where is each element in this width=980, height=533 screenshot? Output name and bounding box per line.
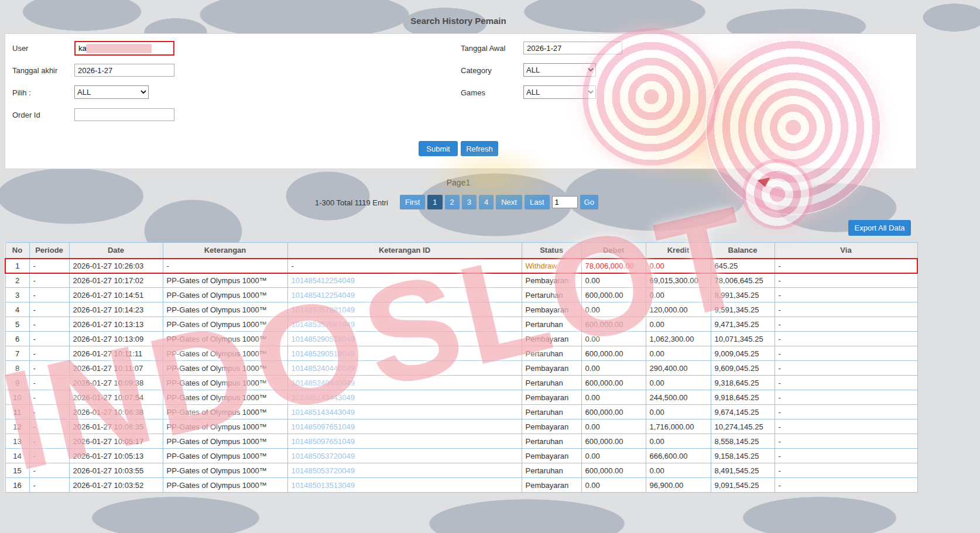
cell-keterangan: PP-Gates of Olympus 1000™	[163, 302, 287, 317]
cell-keterangan: PP-Gates of Olympus 1000™	[163, 463, 287, 478]
table-row: 12 - 2026-01-27 10:06:35 PP-Gates of Oly…	[5, 419, 917, 434]
cell-date: 2026-01-27 10:06:35	[69, 419, 163, 434]
cell-status: Pertaruhan	[522, 463, 581, 478]
cell-keterangan-id[interactable]: 101485240440049	[287, 361, 522, 376]
cell-balance: 645.25	[711, 259, 775, 273]
cell-balance: 9,158,145.25	[711, 449, 775, 463]
cell-no: 3	[5, 288, 29, 302]
cell-no: 11	[5, 405, 29, 419]
cell-date: 2026-01-27 10:26:03	[69, 259, 163, 273]
column-header-keterangan-id: Keterangan ID	[287, 243, 522, 259]
cell-keterangan: PP-Gates of Olympus 1000™	[163, 478, 287, 493]
cell-status: Withdraw	[522, 259, 581, 273]
cell-keterangan-id[interactable]: 101485143443049	[287, 390, 522, 405]
cell-keterangan-id: -	[287, 259, 522, 273]
cell-status: Pembayaran	[522, 390, 581, 405]
cell-keterangan-id[interactable]: 101485357881049	[287, 302, 522, 317]
cell-date: 2026-01-27 10:14:23	[69, 302, 163, 317]
pager-last[interactable]: Last	[525, 195, 550, 209]
cell-keterangan-id[interactable]: 101485290518049	[287, 332, 522, 346]
pager-page-3[interactable]: 3	[462, 195, 477, 209]
pager-page-1[interactable]: 1	[427, 195, 442, 209]
games-select[interactable]: ALL	[523, 85, 596, 99]
cell-kredit: 1,716,000.00	[646, 419, 711, 434]
pager-next[interactable]: Next	[496, 195, 522, 209]
cell-debet: 0.00	[581, 478, 646, 493]
cell-balance: 9,471,345.25	[711, 317, 775, 332]
cell-debet: 0.00	[581, 361, 646, 376]
table-row: 3 - 2026-01-27 10:14:51 PP-Gates of Olym…	[5, 288, 917, 302]
cell-periode: -	[29, 419, 69, 434]
cell-balance: 10,071,345.25	[711, 332, 775, 346]
refresh-button[interactable]: Refresh	[461, 141, 498, 156]
cell-debet: 600,000.00	[581, 405, 646, 419]
cell-keterangan-id[interactable]: 101485097651049	[287, 434, 522, 449]
cell-status: Pembayaran	[522, 419, 581, 434]
cell-kredit: 0.00	[646, 463, 711, 478]
table-row: 5 - 2026-01-27 10:13:13 PP-Gates of Olym…	[5, 317, 917, 332]
column-header-date: Date	[69, 243, 163, 259]
cell-date: 2026-01-27 10:13:13	[69, 317, 163, 332]
order-id-input[interactable]	[74, 108, 174, 121]
cell-periode: -	[29, 449, 69, 463]
cell-via: -	[775, 449, 917, 463]
cell-no: 13	[5, 434, 29, 449]
cell-kredit: 0.00	[646, 434, 711, 449]
cell-date: 2026-01-27 10:13:09	[69, 332, 163, 346]
cell-keterangan-id[interactable]: 101485357881049	[287, 317, 522, 332]
cell-keterangan-id[interactable]: 101485290518049	[287, 346, 522, 361]
pilih-select[interactable]: ALL	[74, 85, 149, 99]
tanggal-akhir-input[interactable]	[74, 64, 174, 77]
cell-periode: -	[29, 390, 69, 405]
cell-date: 2026-01-27 10:05:13	[69, 449, 163, 463]
games-label: Games	[461, 88, 485, 97]
pager-page-4[interactable]: 4	[479, 195, 494, 209]
cell-debet: 600,000.00	[581, 376, 646, 390]
cell-via: -	[775, 463, 917, 478]
pager-goto-input[interactable]	[552, 196, 578, 208]
submit-button[interactable]: Submit	[419, 141, 458, 156]
cell-keterangan: PP-Gates of Olympus 1000™	[163, 434, 287, 449]
page-title: Search History Pemain	[0, 16, 917, 26]
cell-no: 8	[5, 361, 29, 376]
cell-date: 2026-01-27 10:14:51	[69, 288, 163, 302]
cell-balance: 9,918,645.25	[711, 390, 775, 405]
cell-keterangan-id[interactable]: 101485053720049	[287, 463, 522, 478]
cell-via: -	[775, 419, 917, 434]
cell-keterangan-id[interactable]: 101485013513049	[287, 478, 522, 493]
tanggal-awal-input[interactable]	[523, 42, 622, 54]
table-row: 6 - 2026-01-27 10:13:09 PP-Gates of Olym…	[5, 332, 917, 346]
cell-keterangan-id[interactable]: 101485412254049	[287, 288, 522, 302]
cell-keterangan-id[interactable]: 101485053720049	[287, 449, 522, 463]
column-header-debet: Debet	[581, 243, 646, 259]
pager-page-2[interactable]: 2	[445, 195, 460, 209]
cell-date: 2026-01-27 10:11:07	[69, 361, 163, 376]
cell-keterangan: PP-Gates of Olympus 1000™	[163, 390, 287, 405]
redaction-overlay	[86, 44, 152, 53]
cell-date: 2026-01-27 10:17:02	[69, 273, 163, 288]
cell-via: -	[775, 390, 917, 405]
cell-periode: -	[29, 478, 69, 493]
cell-kredit: 1,062,300.00	[646, 332, 711, 346]
cell-date: 2026-01-27 10:06:38	[69, 405, 163, 419]
cell-keterangan-id[interactable]: 101485240440049	[287, 376, 522, 390]
cell-via: -	[775, 376, 917, 390]
export-all-button[interactable]: Export All Data	[848, 220, 911, 236]
pager-go-button[interactable]: Go	[580, 195, 598, 209]
column-header-balance: Balance	[711, 243, 775, 259]
cell-kredit: 120,000.00	[646, 302, 711, 317]
cell-keterangan-id[interactable]: 101485412254049	[287, 273, 522, 288]
pager-first[interactable]: First	[400, 195, 425, 209]
category-select[interactable]: ALL	[523, 63, 596, 77]
column-header-periode: Periode	[29, 243, 69, 259]
table-header-row: NoPeriodeDateKeteranganKeterangan IDStat…	[5, 243, 917, 259]
cell-periode: -	[29, 317, 69, 332]
cell-periode: -	[29, 332, 69, 346]
cell-no: 15	[5, 463, 29, 478]
cell-keterangan-id[interactable]: 101485143443049	[287, 405, 522, 419]
cell-keterangan-id[interactable]: 101485097651049	[287, 419, 522, 434]
table-row: 11 - 2026-01-27 10:06:38 PP-Gates of Oly…	[5, 405, 917, 419]
cell-no: 9	[5, 376, 29, 390]
cell-via: -	[775, 332, 917, 346]
cell-no: 1	[5, 259, 29, 273]
